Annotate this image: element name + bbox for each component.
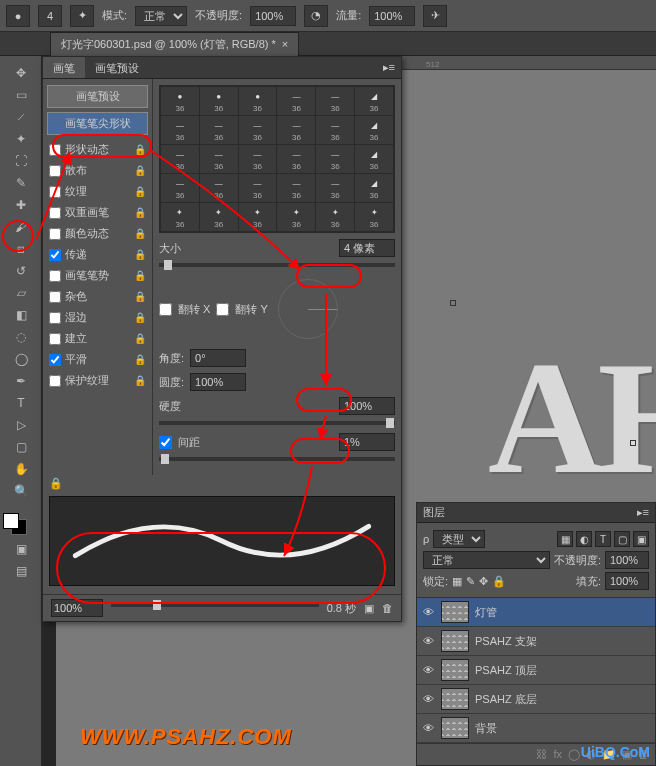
brush-option-11[interactable]: 保护纹理🔒: [47, 370, 148, 391]
brush-tip-cell[interactable]: —36: [239, 145, 277, 173]
filter-shape-icon[interactable]: ▢: [614, 531, 630, 547]
brush-tip-cell[interactable]: —36: [277, 145, 315, 173]
roundness-input[interactable]: [190, 373, 246, 391]
visibility-icon[interactable]: 👁: [421, 664, 435, 676]
brush-opt-checkbox[interactable]: [49, 375, 61, 387]
visibility-icon[interactable]: 👁: [421, 606, 435, 618]
path-tool[interactable]: ▷: [1, 415, 41, 435]
brush-opt-checkbox[interactable]: [49, 144, 61, 156]
brush-tip-cell[interactable]: —36: [316, 87, 354, 115]
hardness-input[interactable]: [339, 397, 395, 415]
layer-filter-select[interactable]: 类型: [433, 530, 485, 548]
brush-tip-cell[interactable]: —36: [200, 116, 238, 144]
brush-tip-cell[interactable]: —36: [277, 174, 315, 202]
brush-tip-cell[interactable]: —36: [161, 174, 199, 202]
layer-item[interactable]: 👁PSAHZ 支架: [417, 627, 655, 656]
marquee-tool[interactable]: ▭: [1, 85, 41, 105]
layer-opacity-input[interactable]: [605, 551, 649, 569]
visibility-icon[interactable]: 👁: [421, 722, 435, 734]
brush-option-1[interactable]: 散布🔒: [47, 160, 148, 181]
brush-tip-grid[interactable]: ●36●36●36—36—36◢36—36—36—36—36—36◢36—36—…: [159, 85, 395, 233]
brush-opt-checkbox[interactable]: [49, 249, 61, 261]
document-tab[interactable]: 灯光字060301.psd @ 100% (灯管, RGB/8) * ×: [50, 32, 299, 56]
brush-tip-cell[interactable]: ◢36: [355, 87, 393, 115]
flow-input[interactable]: [369, 6, 415, 26]
filter-smart-icon[interactable]: ▣: [633, 531, 649, 547]
lock-trans-icon[interactable]: ▦: [452, 575, 462, 588]
brush-opt-checkbox[interactable]: [49, 270, 61, 282]
type-tool[interactable]: T: [1, 393, 41, 413]
color-swatches[interactable]: [0, 510, 41, 538]
screenmode-toggle[interactable]: ▤: [1, 561, 41, 581]
brush-tip-cell[interactable]: —36: [239, 116, 277, 144]
lock-pos-icon[interactable]: ✥: [479, 575, 488, 588]
wand-tool[interactable]: ✦: [1, 129, 41, 149]
size-input[interactable]: [339, 239, 395, 257]
trash-icon[interactable]: 🗑: [382, 602, 393, 614]
foreground-swatch[interactable]: [3, 513, 19, 529]
shape-tool[interactable]: ▢: [1, 437, 41, 457]
spacing-checkbox[interactable]: [159, 436, 172, 449]
new-brush-icon[interactable]: ▣: [364, 602, 374, 615]
tab-brush-presets[interactable]: 画笔预设: [85, 57, 149, 78]
panel-menu-icon[interactable]: ▸≡: [637, 506, 649, 519]
preview-zoom-slider[interactable]: [111, 603, 319, 607]
brush-opt-checkbox[interactable]: [49, 354, 61, 366]
brush-option-0[interactable]: 形状动态🔒: [47, 139, 148, 160]
brush-option-9[interactable]: 建立🔒: [47, 328, 148, 349]
brush-tip-cell[interactable]: —36: [200, 174, 238, 202]
history-brush-tool[interactable]: ↺: [1, 261, 41, 281]
brush-opt-checkbox[interactable]: [49, 228, 61, 240]
brush-size-field[interactable]: 4: [38, 5, 62, 27]
visibility-icon[interactable]: 👁: [421, 635, 435, 647]
preview-zoom-input[interactable]: [51, 599, 103, 617]
brush-option-6[interactable]: 画笔笔势🔒: [47, 265, 148, 286]
flip-x-checkbox[interactable]: [159, 303, 172, 316]
brush-option-3[interactable]: 双重画笔🔒: [47, 202, 148, 223]
brush-option-5[interactable]: 传递🔒: [47, 244, 148, 265]
brush-tip-cell[interactable]: —36: [316, 116, 354, 144]
blur-tool[interactable]: ◌: [1, 327, 41, 347]
brush-opt-checkbox[interactable]: [49, 312, 61, 324]
brush-tip-cell[interactable]: —36: [161, 116, 199, 144]
lasso-tool[interactable]: ⟋: [1, 107, 41, 127]
brush-tip-cell[interactable]: ✦36: [316, 203, 354, 231]
fx-icon[interactable]: fx: [553, 748, 562, 761]
filter-type-icon[interactable]: T: [595, 531, 611, 547]
layer-item[interactable]: 👁PSAHZ 顶层: [417, 656, 655, 685]
eraser-tool[interactable]: ▱: [1, 283, 41, 303]
stamp-tool[interactable]: ⧇: [1, 239, 41, 259]
brush-tip-cell[interactable]: —36: [239, 174, 277, 202]
hand-tool[interactable]: ✋: [1, 459, 41, 479]
brush-tip-cell[interactable]: ✦36: [355, 203, 393, 231]
brush-tip-cell[interactable]: —36: [200, 145, 238, 173]
path-anchor[interactable]: [450, 300, 456, 306]
pen-tool[interactable]: ✒: [1, 371, 41, 391]
brush-tip-cell[interactable]: —36: [161, 145, 199, 173]
brush-opt-checkbox[interactable]: [49, 207, 61, 219]
brush-tool[interactable]: 🖌: [1, 217, 41, 237]
layer-item[interactable]: 👁灯管: [417, 598, 655, 627]
hardness-slider[interactable]: [159, 421, 395, 425]
brush-opt-checkbox[interactable]: [49, 165, 61, 177]
path-anchor[interactable]: [630, 440, 636, 446]
angle-widget[interactable]: [278, 279, 338, 339]
move-tool[interactable]: ✥: [1, 63, 41, 83]
heal-tool[interactable]: ✚: [1, 195, 41, 215]
opacity-input[interactable]: [250, 6, 296, 26]
lock-all-icon[interactable]: 🔒: [492, 575, 506, 588]
brush-tip-cell[interactable]: ●36: [200, 87, 238, 115]
brush-tip-cell[interactable]: ●36: [161, 87, 199, 115]
brush-panel-toggle[interactable]: ✦: [70, 5, 94, 27]
crop-tool[interactable]: ⛶: [1, 151, 41, 171]
brush-tip-cell[interactable]: —36: [277, 87, 315, 115]
brush-option-7[interactable]: 杂色🔒: [47, 286, 148, 307]
brush-tip-cell[interactable]: ✦36: [200, 203, 238, 231]
brush-preset-button[interactable]: 画笔预设: [47, 85, 148, 108]
tab-brush[interactable]: 画笔: [43, 57, 85, 78]
brush-tip-cell[interactable]: —36: [316, 174, 354, 202]
eyedropper-tool[interactable]: ✎: [1, 173, 41, 193]
layer-blend-select[interactable]: 正常: [423, 551, 550, 569]
airbrush-icon[interactable]: ✈: [423, 5, 447, 27]
brush-option-4[interactable]: 颜色动态🔒: [47, 223, 148, 244]
